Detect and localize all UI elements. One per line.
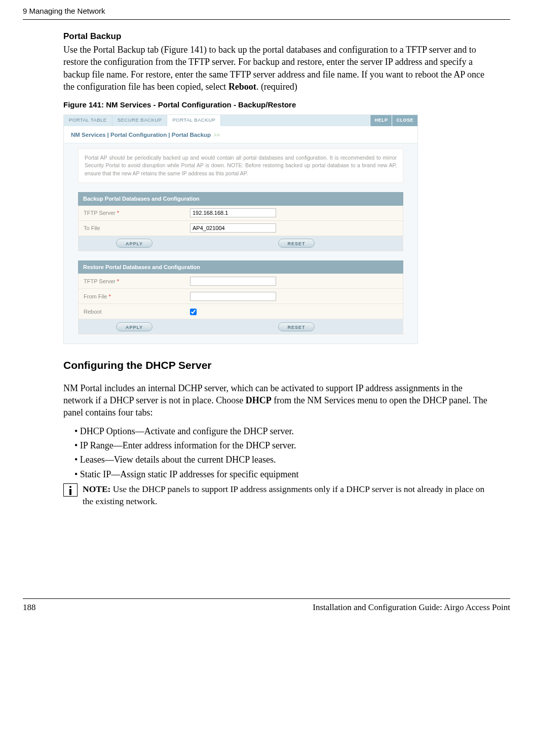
- required-asterisk-icon: *: [117, 278, 119, 284]
- note-label: NOTE:: [83, 484, 110, 494]
- restore-fromfile-label: From File *: [79, 293, 190, 300]
- chapter-title: 9 Managing the Network: [23, 7, 105, 15]
- tab-portal-backup[interactable]: PORTAL BACKUP: [167, 115, 221, 126]
- dhcp-bullet-list: DHCP Options—Activate and configure the …: [74, 425, 490, 480]
- restore-reset-button[interactable]: RESET: [278, 322, 315, 331]
- info-icon: [63, 483, 78, 497]
- tab-portal-table[interactable]: PORTAL TABLE: [64, 115, 112, 126]
- note-text: NOTE: Use the DHCP panels to support IP …: [83, 483, 490, 507]
- dhcp-paragraph: NM Portal includes an internal DCHP serv…: [63, 382, 490, 419]
- text: TFTP Server: [84, 210, 116, 216]
- text: From File: [84, 293, 107, 299]
- portal-backup-paragraph: Use the Portal Backup tab (Figure 141) t…: [63, 44, 490, 93]
- dhcp-bold: DHCP: [246, 395, 272, 405]
- required-asterisk-icon: *: [117, 210, 119, 216]
- required-asterisk-icon: *: [109, 293, 111, 299]
- restore-tftp-row: TFTP Server *: [78, 274, 403, 289]
- text: . (required): [256, 82, 297, 92]
- breadcrumb: NM Services | Portal Configuration | Por…: [64, 126, 417, 144]
- backup-tofile-row: To File: [78, 221, 403, 236]
- backup-tftp-row: TFTP Server *: [78, 206, 403, 221]
- tab-bar: PORTAL TABLE SECURE BACKUP PORTAL BACKUP…: [64, 115, 417, 126]
- backup-apply-button[interactable]: APPLY: [116, 239, 153, 248]
- breadcrumb-arrows-icon: >>: [212, 132, 219, 138]
- tab-spacer: [221, 115, 370, 126]
- text: TFTP Server: [84, 278, 116, 284]
- figure-caption: Figure 141: NM Services - Portal Configu…: [63, 100, 490, 110]
- close-button[interactable]: CLOSE: [392, 115, 417, 126]
- restore-apply-button[interactable]: APPLY: [116, 322, 153, 331]
- reboot-bold: Reboot: [229, 82, 256, 92]
- doc-title: Installation and Configuration Guide: Ai…: [313, 602, 510, 614]
- backup-tftp-label: TFTP Server *: [79, 209, 190, 217]
- restore-button-row: APPLY RESET: [78, 319, 403, 334]
- breadcrumb-text: NM Services | Portal Configuration | Por…: [71, 132, 211, 138]
- dhcp-heading: Configuring the DHCP Server: [63, 358, 490, 372]
- list-item: Leases—View details about the current DH…: [74, 453, 490, 466]
- page-footer: 188 Installation and Configuration Guide…: [23, 598, 510, 614]
- restore-reboot-checkbox[interactable]: [190, 309, 197, 315]
- restore-reboot-row: Reboot: [78, 304, 403, 319]
- screenshot-panel: PORTAL TABLE SECURE BACKUP PORTAL BACKUP…: [63, 115, 418, 345]
- backup-section-header: Backup Portal Databases and Configuratio…: [78, 192, 403, 206]
- restore-reboot-label: Reboot: [79, 308, 190, 316]
- backup-tofile-input[interactable]: [190, 223, 276, 233]
- screenshot-note: Portal AP should be periodically backed …: [78, 148, 403, 183]
- note-body: Use the DHCP panels to support IP addres…: [83, 484, 484, 506]
- backup-tftp-input[interactable]: [190, 208, 276, 217]
- help-button[interactable]: HELP: [370, 115, 392, 126]
- restore-tftp-label: TFTP Server *: [79, 278, 190, 285]
- restore-fromfile-input[interactable]: [190, 292, 276, 301]
- running-header: 9 Managing the Network: [23, 0, 510, 20]
- restore-fromfile-row: From File *: [78, 289, 403, 304]
- backup-reset-button[interactable]: RESET: [278, 239, 315, 248]
- page-number: 188: [23, 602, 36, 614]
- list-item: IP Range—Enter address information for t…: [74, 439, 490, 451]
- restore-tftp-input[interactable]: [190, 277, 276, 286]
- backup-tofile-label: To File: [79, 224, 190, 232]
- backup-button-row: APPLY RESET: [78, 236, 403, 251]
- tab-secure-backup[interactable]: SECURE BACKUP: [112, 115, 168, 126]
- list-item: Static IP—Assign static IP addresses for…: [74, 468, 490, 480]
- restore-section-header: Restore Portal Databases and Configurati…: [78, 260, 403, 274]
- note-block: NOTE: Use the DHCP panels to support IP …: [63, 483, 490, 507]
- list-item: DHCP Options—Activate and configure the …: [74, 425, 490, 437]
- portal-backup-heading: Portal Backup: [63, 31, 490, 43]
